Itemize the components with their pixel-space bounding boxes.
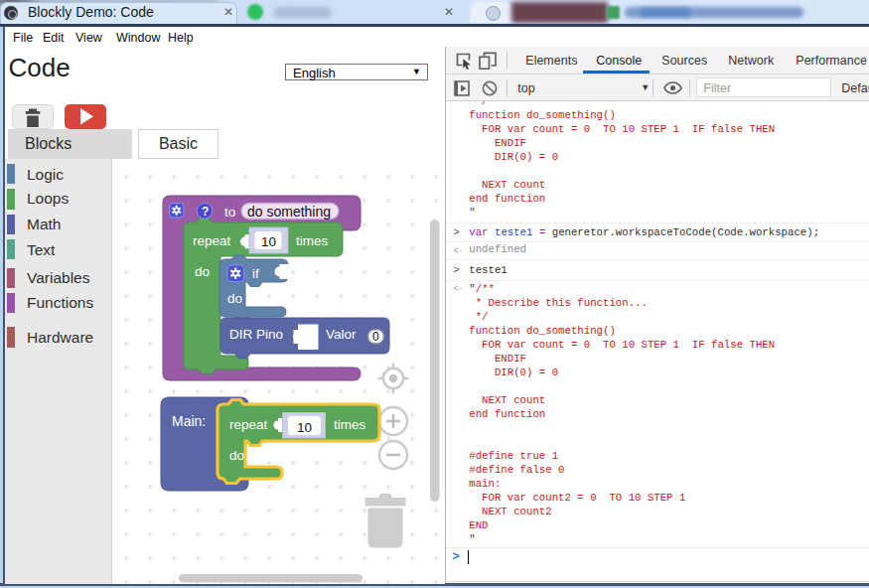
svg-text:do: do [195,264,210,279]
svg-text:10: 10 [297,420,312,435]
svg-text:Valor: Valor [326,327,357,342]
svg-text:times: times [296,233,329,248]
svg-text:times: times [334,417,366,432]
svg-text:repeat: repeat [193,233,231,248]
svg-text:repeat: repeat [229,417,268,432]
svg-text:10: 10 [261,234,276,249]
svg-text:Main:: Main: [172,413,206,429]
svg-text:?: ? [202,205,209,219]
svg-text:DIR Pino: DIR Pino [229,327,283,342]
svg-text:do: do [227,291,242,306]
svg-text:0: 0 [372,330,379,344]
svg-text:do something: do something [247,204,331,220]
svg-text:do: do [229,448,244,463]
svg-text:to: to [224,205,235,220]
svg-text:if: if [252,266,259,281]
